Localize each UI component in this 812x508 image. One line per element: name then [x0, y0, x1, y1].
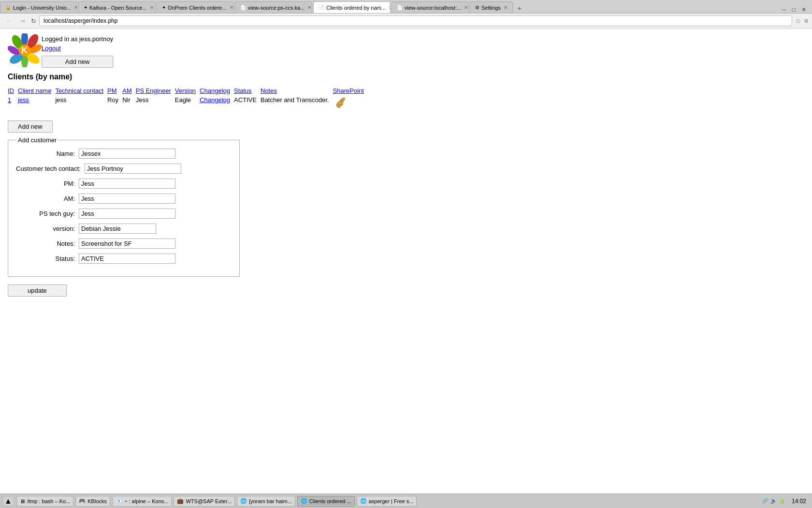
col-am[interactable]: AM — [122, 86, 136, 95]
cell-id: 1 — [8, 95, 18, 114]
col-client-name[interactable]: Client name — [18, 86, 55, 95]
clients-table: ID Client name Technical contact PM AM P… — [8, 86, 368, 114]
col-ps-engineer[interactable]: PS Engineer — [136, 86, 175, 95]
address-icons: ☆ ≡ — [795, 17, 808, 25]
col-pm[interactable]: PM — [107, 86, 122, 95]
cell-sharepoint — [333, 95, 368, 114]
pm-input[interactable] — [79, 179, 175, 189]
table-row: 1 jess jess Roy Nir Jess Eagle Changelog… — [8, 95, 368, 114]
cell-ps-engineer: Jess — [136, 95, 175, 114]
tab-label-6: view-source:localhost:... — [405, 5, 461, 11]
tab-label-3: OnPrem Clients ordere... — [168, 5, 227, 11]
logout-link[interactable]: Logout — [42, 45, 113, 52]
svg-text:K: K — [21, 45, 28, 55]
tab-clients-active[interactable]: 📄 Clients ordered by nam... ✕ — [313, 1, 391, 13]
tab-bar: 🔒 Login - University Unio... ✕ ✦ Kaltura… — [0, 0, 812, 14]
page-content: K Logged in as jess.portnoy Logout Add n… — [0, 29, 812, 416]
tab-label-4: view-source:ps-ccs.ka... — [248, 5, 304, 11]
ps-tech-input[interactable] — [79, 209, 175, 219]
tab-close-4[interactable]: ✕ — [307, 5, 311, 10]
add-customer-fieldset: Add customer Name: Customer tech contact… — [8, 136, 240, 277]
address-bar: ← → ↻ ☆ ≡ — [0, 14, 812, 29]
tab-favicon-7: ⚙ — [475, 5, 479, 10]
changelog-link[interactable]: Changelog — [200, 96, 230, 104]
tab-onprem[interactable]: ✦ OnPrem Clients ordere... ✕ — [157, 1, 234, 13]
reload-button[interactable]: ↻ — [31, 17, 36, 25]
tab-viewsource1[interactable]: 📄 view-source:ps-ccs.ka... ✕ — [235, 1, 312, 13]
col-changelog[interactable]: Changelog — [200, 86, 234, 95]
url-input[interactable] — [39, 15, 792, 26]
tab-close-1[interactable]: ✕ — [74, 5, 77, 10]
status-label: Status: — [16, 255, 79, 262]
tab-favicon-2: ✦ — [84, 5, 87, 10]
minimize-button[interactable]: ─ — [780, 6, 788, 13]
tab-label-2: Kaltura - Open Source... — [89, 5, 147, 11]
col-sharepoint[interactable]: SharePoint — [333, 86, 368, 95]
notes-row: Notes: — [16, 239, 232, 249]
page-title: Clients (by name) — [8, 73, 804, 81]
tab-favicon-6: 📄 — [397, 5, 403, 10]
tab-login[interactable]: 🔒 Login - University Unio... ✕ — [0, 1, 77, 13]
tab-viewsource2[interactable]: 📄 view-source:localhost:... ✕ — [392, 1, 469, 13]
tab-close-3[interactable]: ✕ — [230, 5, 233, 10]
am-label: AM: — [16, 195, 79, 202]
am-row: AM: — [16, 194, 232, 204]
tab-favicon-5: 📄 — [319, 5, 324, 10]
tab-close-7[interactable]: ✕ — [504, 5, 508, 10]
maximize-button[interactable]: □ — [790, 6, 798, 13]
ps-tech-label: PS tech guy: — [16, 210, 79, 217]
cell-technical-contact: jess — [55, 95, 107, 114]
col-id[interactable]: ID — [8, 86, 18, 95]
col-status[interactable]: Status — [234, 86, 261, 95]
tab-close-5[interactable]: ✕ — [389, 5, 391, 10]
tab-favicon-4: 📄 — [240, 5, 246, 10]
client-id-link[interactable]: 1 — [8, 96, 11, 104]
kaltura-logo: K — [8, 33, 42, 67]
col-technical-contact[interactable]: Technical contact — [55, 86, 107, 95]
tech-contact-row: Customer tech contact: — [16, 164, 232, 174]
tab-label-7: Settings — [481, 5, 501, 11]
sharepoint-icon[interactable] — [333, 100, 347, 112]
update-button[interactable]: update — [8, 284, 67, 297]
tab-kaltura[interactable]: ✦ Kaltura - Open Source... ✕ — [78, 1, 156, 13]
fieldset-legend: Add customer — [16, 136, 58, 144]
tab-favicon-1: 🔒 — [5, 5, 11, 10]
version-input[interactable] — [79, 224, 156, 234]
pm-label: PM: — [16, 180, 79, 187]
client-name-link[interactable]: jess — [18, 96, 29, 104]
pm-row: PM: — [16, 179, 232, 189]
header-info: Logged in as jess.portnoy Logout Add new — [42, 33, 113, 68]
table-header-row: ID Client name Technical contact PM AM P… — [8, 86, 368, 95]
cell-status: ACTIVE — [234, 95, 261, 114]
status-input[interactable] — [79, 254, 175, 264]
col-version[interactable]: Version — [175, 86, 200, 95]
name-row: Name: — [16, 149, 232, 159]
tab-close-6[interactable]: ✕ — [464, 5, 468, 10]
forward-button[interactable]: → — [17, 16, 28, 26]
version-label: version: — [16, 225, 79, 232]
window-controls: ─ □ ✕ — [780, 6, 812, 13]
new-tab-button[interactable]: + — [514, 3, 525, 13]
am-input[interactable] — [79, 194, 175, 204]
tab-label-5: Clients ordered by nam... — [326, 5, 386, 11]
menu-icon[interactable]: ≡ — [804, 17, 808, 25]
cell-pm: Roy — [107, 95, 122, 114]
col-notes[interactable]: Notes — [261, 86, 333, 95]
name-label: Name: — [16, 150, 79, 157]
notes-input[interactable] — [79, 239, 175, 249]
add-new-top-button[interactable]: Add new — [42, 56, 113, 68]
tab-close-2[interactable]: ✕ — [150, 5, 154, 10]
version-row: version: — [16, 224, 232, 234]
back-button[interactable]: ← — [4, 16, 14, 26]
tool-svg — [333, 96, 347, 110]
cell-am: Nir — [122, 95, 136, 114]
add-new-bottom-button[interactable]: Add new — [8, 120, 53, 133]
header-area: K Logged in as jess.portnoy Logout Add n… — [8, 33, 804, 68]
close-button[interactable]: ✕ — [799, 6, 808, 13]
tech-contact-input[interactable] — [85, 164, 181, 174]
cell-changelog: Changelog — [200, 95, 234, 114]
logged-in-text: Logged in as jess.portnoy — [42, 35, 113, 43]
tab-settings[interactable]: ⚙ Settings ✕ — [470, 1, 513, 13]
name-input[interactable] — [79, 149, 175, 159]
star-icon[interactable]: ☆ — [795, 17, 801, 25]
